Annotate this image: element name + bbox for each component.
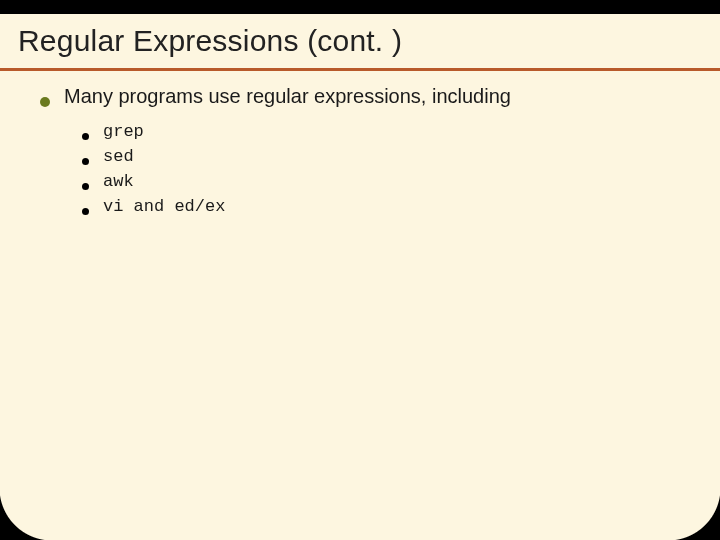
top-black-bar	[0, 0, 720, 14]
sub-bullet-text: vi and ed/ex	[103, 197, 225, 216]
bullet-icon	[82, 158, 89, 165]
bullet-icon	[82, 133, 89, 140]
bullet-icon	[40, 97, 50, 107]
corner-decoration-bottom-left	[0, 488, 52, 540]
list-item: vi and ed/ex	[82, 197, 690, 216]
sub-bullet-text: awk	[103, 172, 134, 191]
list-item: grep	[82, 122, 690, 141]
slide-body: Many programs use regular expressions, i…	[0, 71, 720, 216]
corner-decoration-bottom-right	[668, 488, 720, 540]
sub-bullet-text: sed	[103, 147, 134, 166]
list-item: awk	[82, 172, 690, 191]
bullet-icon	[82, 183, 89, 190]
sub-bullet-list: grep sed awk vi and ed/ex	[40, 118, 690, 216]
main-bullet-text: Many programs use regular expressions, i…	[64, 85, 511, 108]
bullet-icon	[82, 208, 89, 215]
title-area: Regular Expressions (cont. )	[0, 14, 720, 66]
main-bullet-row: Many programs use regular expressions, i…	[40, 85, 690, 108]
sub-bullet-text: grep	[103, 122, 144, 141]
slide-title: Regular Expressions (cont. )	[18, 24, 702, 58]
list-item: sed	[82, 147, 690, 166]
